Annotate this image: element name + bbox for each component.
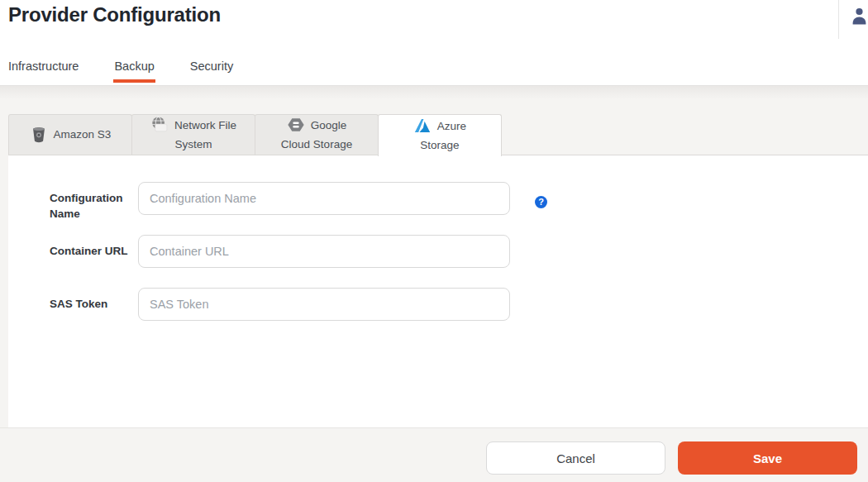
page-header: Provider Configuration Infrastructure Ba… <box>0 0 868 86</box>
nav-tab-backup[interactable]: Backup <box>114 58 154 85</box>
provider-tab-google-cloud-storage[interactable]: Google Cloud Storage <box>255 114 379 155</box>
user-icon[interactable] <box>851 7 868 26</box>
container-url-label: Container URL <box>50 235 132 268</box>
configuration-name-label: Configuration Name <box>50 182 132 222</box>
field-row-configuration-name: Configuration Name ? <box>8 182 547 222</box>
field-row-container-url: Container URL <box>8 235 510 268</box>
amazon-s3-icon <box>30 126 48 144</box>
content-area: Amazon S3 Network File System <box>0 86 868 482</box>
container-url-input[interactable] <box>138 235 510 268</box>
provider-config-panel: Configuration Name ? Container URL SAS T… <box>8 155 868 427</box>
provider-tab-network-file-system[interactable]: Network File System <box>131 114 255 155</box>
help-icon[interactable]: ? <box>535 196 547 208</box>
google-cloud-storage-icon <box>287 116 305 134</box>
nav-tab-infrastructure[interactable]: Infrastructure <box>8 58 79 85</box>
field-row-sas-token: SAS Token <box>8 288 510 321</box>
configuration-name-input[interactable] <box>138 182 510 215</box>
footer-bar: Cancel Save <box>0 427 868 482</box>
nav-tab-security[interactable]: Security <box>190 58 233 85</box>
sas-token-input[interactable] <box>138 288 510 321</box>
header-divider <box>838 0 839 39</box>
cancel-button[interactable]: Cancel <box>486 441 665 475</box>
network-file-system-icon <box>150 116 169 134</box>
provider-tab-label: Amazon S3 <box>54 128 112 141</box>
app-root: Provider Configuration Infrastructure Ba… <box>0 0 868 482</box>
main-nav: Infrastructure Backup Security <box>8 58 233 85</box>
provider-tabs: Amazon S3 Network File System <box>8 114 502 156</box>
sas-token-label: SAS Token <box>50 288 132 321</box>
provider-tab-amazon-s3[interactable]: Amazon S3 <box>8 114 132 155</box>
azure-storage-icon <box>413 117 432 135</box>
save-button[interactable]: Save <box>678 441 857 475</box>
provider-tab-azure-storage[interactable]: Azure Storage <box>378 114 502 156</box>
page-title: Provider Configuration <box>8 3 221 26</box>
provider-tab-label: Network File System <box>174 119 236 150</box>
